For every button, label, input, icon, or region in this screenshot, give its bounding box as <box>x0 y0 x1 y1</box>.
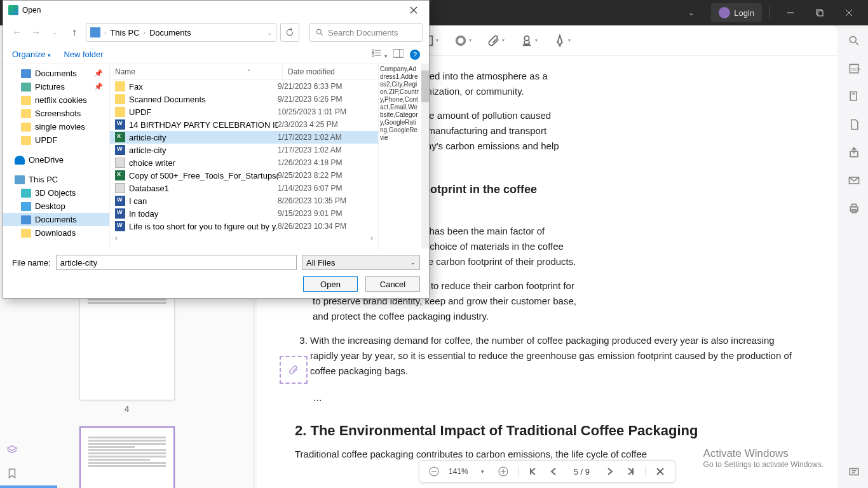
tree-item[interactable]: single movies <box>3 120 109 133</box>
minimize-button[interactable] <box>778 3 803 23</box>
file-row[interactable]: choice writer1/26/2023 4:18 PM <box>110 156 378 169</box>
layers-icon[interactable] <box>6 445 18 459</box>
file-row[interactable]: In today9/15/2023 9:01 PM <box>110 207 378 220</box>
breadcrumb-dropdown-icon[interactable]: ⌄ <box>267 29 272 36</box>
file-row[interactable]: 14 BIRTHDAY PARTY CELEBRATION IDEAS...2/… <box>110 118 378 131</box>
zoom-in-button[interactable] <box>498 466 509 477</box>
attachment-placeholder[interactable] <box>280 356 308 384</box>
share-icon[interactable] <box>848 146 860 159</box>
organize-button[interactable]: Organize ▾ <box>12 50 51 59</box>
titlebar-chevron-icon[interactable]: ⌄ <box>688 8 695 17</box>
ai-sparkle-icon[interactable] <box>848 432 860 445</box>
file-row[interactable]: UPDF10/25/2023 1:01 PM <box>110 105 378 118</box>
breadcrumb[interactable]: › This PC › Documents ⌄ <box>86 23 276 42</box>
breadcrumb-segment[interactable]: Documents <box>149 28 191 37</box>
page-indicator[interactable]: 5 / 9 <box>568 465 595 478</box>
page-navigator: 141% ▾ 5 / 9 <box>419 460 675 483</box>
tree-item[interactable]: UPDF <box>3 133 109 147</box>
thumbnail-page-4[interactable]: 4 <box>6 280 247 414</box>
view-mode-button[interactable]: ▾ <box>372 49 387 60</box>
file-date: 1/14/2023 6:07 PM <box>278 184 373 193</box>
ocr-icon[interactable]: OCR <box>848 62 860 75</box>
horizontal-scrollbar[interactable]: ‹› <box>110 233 378 243</box>
dialog-toolbar: Organize ▾ New folder ▾ ? <box>3 45 429 64</box>
search-input[interactable]: Search Documents <box>309 23 423 42</box>
preview-scrollbar[interactable] <box>421 64 429 248</box>
thumbnail-page-5[interactable]: 5 <box>6 426 247 488</box>
forward-button[interactable]: → <box>29 25 44 40</box>
tree-item[interactable]: netflix cookies <box>3 93 109 107</box>
activate-watermark: Activate Windows Go to Settings to activ… <box>703 447 824 469</box>
signature-tool[interactable]: ▾ <box>553 34 571 48</box>
column-date[interactable]: Date modified <box>283 64 378 79</box>
recent-button[interactable]: ⌄ <box>48 25 63 40</box>
tree-label: UPDF <box>35 135 57 145</box>
preview-pane-button[interactable] <box>393 49 403 60</box>
comment-icon[interactable] <box>848 466 860 479</box>
dialog-titlebar: Open <box>3 1 429 20</box>
breadcrumb-segment[interactable]: This PC <box>110 28 139 37</box>
file-row[interactable]: Database11/14/2023 6:07 PM <box>110 182 378 194</box>
file-name: article-city <box>129 146 166 155</box>
crop-icon[interactable] <box>848 90 860 103</box>
word-icon <box>115 119 125 130</box>
dialog-close-button[interactable] <box>403 3 424 18</box>
print-icon[interactable] <box>848 202 860 215</box>
cancel-button[interactable]: Cancel <box>365 276 420 292</box>
tree-item[interactable]: Pictures📌 <box>3 80 109 93</box>
file-list[interactable]: Name⌃ Date modified Fax9/21/2023 6:33 PM… <box>110 64 378 248</box>
search-icon[interactable] <box>848 34 860 47</box>
tree-item[interactable]: Documents <box>3 213 109 226</box>
svg-point-7 <box>524 36 529 40</box>
file-row[interactable]: Scanned Documents9/21/2023 6:26 PM <box>110 93 378 105</box>
tree-item[interactable]: Screenshots <box>3 107 109 120</box>
tree-item[interactable]: Documents📌 <box>3 67 109 80</box>
file-row[interactable]: Copy of 500+_Free_Tools_For_Startups(1)9… <box>110 169 378 182</box>
bookmark-icon[interactable] <box>6 468 18 482</box>
color-tool[interactable]: ▾ <box>454 34 471 48</box>
prev-page-button[interactable] <box>548 466 559 477</box>
close-nav-button[interactable] <box>654 466 666 477</box>
column-name[interactable]: Name⌃ <box>110 64 283 79</box>
attach-tool[interactable]: ▾ <box>487 34 505 48</box>
close-button[interactable] <box>836 3 862 23</box>
file-type-select[interactable]: All Files⌄ <box>302 255 420 270</box>
back-button[interactable]: ← <box>10 25 25 40</box>
zoom-dropdown-icon[interactable]: ▾ <box>477 466 489 477</box>
new-folder-button[interactable]: New folder <box>64 50 103 59</box>
file-date: 1/17/2023 1:02 AM <box>278 146 373 154</box>
tree-item[interactable]: Downloads <box>3 226 109 240</box>
file-row[interactable]: Life is too short for you to figure out … <box>110 220 378 233</box>
next-page-button[interactable] <box>604 466 616 477</box>
generic-icon <box>115 183 125 193</box>
mail-icon[interactable] <box>848 174 860 187</box>
tree-item[interactable]: OneDrive <box>3 153 109 166</box>
svg-rect-22 <box>372 52 374 53</box>
folder-icon <box>90 27 100 37</box>
stamp-tool[interactable]: ▾ <box>520 34 538 48</box>
first-page-button[interactable] <box>527 466 539 477</box>
refresh-button[interactable] <box>280 23 299 42</box>
file-row[interactable]: I can8/26/2023 10:35 PM <box>110 194 378 207</box>
zoom-out-button[interactable] <box>428 466 440 477</box>
maximize-button[interactable] <box>807 3 832 23</box>
file-list-header: Name⌃ Date modified <box>110 64 378 80</box>
tree-item[interactable]: This PC <box>3 173 109 186</box>
file-name: In today <box>129 209 158 219</box>
file-date: 9/25/2023 8:22 PM <box>278 171 373 180</box>
file-row[interactable]: article-city1/17/2023 1:02 AM <box>110 131 378 144</box>
tree-item[interactable]: Desktop <box>3 200 109 213</box>
up-button[interactable]: ↑ <box>67 25 82 40</box>
last-page-button[interactable] <box>625 466 636 477</box>
file-name-input[interactable] <box>56 255 297 270</box>
tree-item[interactable]: 3D Objects <box>3 186 109 200</box>
page-icon[interactable] <box>848 118 860 131</box>
help-icon[interactable]: ? <box>410 50 420 60</box>
folder-icon <box>21 96 31 105</box>
login-button[interactable]: Login <box>711 3 762 22</box>
open-button[interactable]: Open <box>303 276 358 292</box>
svg-rect-17 <box>852 204 857 207</box>
file-row[interactable]: Fax9/21/2023 6:33 PM <box>110 80 378 93</box>
folder-tree[interactable]: Documents📌Pictures📌netflix cookiesScreen… <box>3 64 110 248</box>
file-row[interactable]: article-city1/17/2023 1:02 AM <box>110 144 378 156</box>
